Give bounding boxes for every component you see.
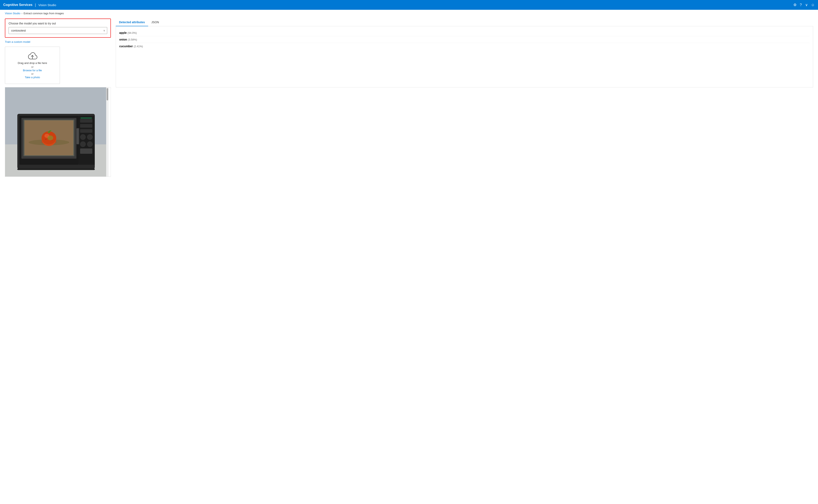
topbar-divider: |	[35, 3, 36, 7]
take-photo-link[interactable]: Take a photo	[25, 76, 40, 79]
main-content: Choose the model you want to try out con…	[0, 17, 818, 182]
tab-detected-attributes[interactable]: Detected attributes	[116, 19, 148, 26]
model-selector-label: Choose the model you want to try out	[9, 22, 107, 25]
attribute-score: (94.0%)	[128, 31, 137, 34]
topbar-right: ⚙ ? ∨ ☺	[793, 3, 815, 7]
right-panel: Detected attributes JSON apple (94.0%) o…	[116, 19, 813, 177]
svg-point-16	[47, 135, 53, 140]
upload-or-2: or	[8, 72, 56, 75]
drag-drop-text: Drag and drop a file here	[8, 61, 56, 65]
svg-rect-25	[80, 141, 86, 147]
attribute-item: onion (3.58%)	[119, 36, 810, 43]
svg-rect-21	[80, 124, 92, 128]
user-icon[interactable]: ☺	[811, 3, 815, 7]
attribute-name: cucumber	[119, 45, 133, 48]
attribute-item: cucumber (2.41%)	[119, 43, 810, 49]
uploaded-image	[5, 87, 109, 177]
svg-rect-28	[80, 117, 92, 119]
dropdown-wrapper: contosotest general custom-model-1 ∨	[9, 27, 107, 34]
model-selector-box: Choose the model you want to try out con…	[5, 19, 111, 38]
upload-box[interactable]: Drag and drop a file here or Browse for …	[5, 47, 60, 84]
app-name: Vision Studio	[38, 3, 56, 7]
svg-rect-30	[77, 128, 79, 144]
svg-rect-20	[80, 119, 92, 123]
svg-rect-19	[78, 116, 95, 165]
svg-rect-24	[87, 134, 93, 140]
attribute-score: (3.58%)	[128, 38, 137, 41]
cloud-upload-icon	[27, 52, 37, 60]
topbar-left: Cognitive Services | Vision Studio	[3, 3, 56, 7]
topbar: Cognitive Services | Vision Studio ⚙ ? ∨…	[0, 0, 818, 10]
svg-rect-32	[106, 87, 109, 177]
breadcrumb: Vision Studio › Extract common tags from…	[0, 10, 818, 17]
model-dropdown[interactable]: contosotest general custom-model-1	[9, 27, 107, 34]
svg-rect-27	[80, 148, 92, 154]
attribute-item: apple (94.0%)	[119, 30, 810, 36]
attribute-name: onion	[119, 38, 127, 41]
svg-rect-26	[87, 141, 93, 147]
train-custom-model-link[interactable]: Train a custom model	[5, 40, 30, 43]
help-icon[interactable]: ?	[800, 3, 802, 7]
settings-icon[interactable]: ⚙	[793, 3, 797, 7]
svg-rect-23	[80, 134, 86, 140]
left-panel: Choose the model you want to try out con…	[5, 19, 111, 177]
attribute-name: apple	[119, 31, 127, 34]
breadcrumb-separator: ›	[22, 12, 22, 15]
tabs-container: Detected attributes JSON	[116, 19, 813, 26]
attributes-panel: apple (94.0%) onion (3.58%) cucumber (2.…	[116, 26, 813, 87]
svg-rect-33	[107, 88, 108, 100]
tab-json[interactable]: JSON	[148, 19, 162, 26]
upload-or-1: or	[8, 65, 56, 68]
svg-rect-31	[17, 168, 95, 170]
breadcrumb-current: Extract common tags from images	[24, 12, 64, 15]
image-area	[5, 87, 111, 177]
brand-name: Cognitive Services	[3, 3, 32, 7]
svg-point-18	[52, 140, 52, 141]
chevron-down-icon[interactable]: ∨	[805, 3, 808, 7]
svg-point-17	[45, 139, 46, 140]
attribute-score: (2.41%)	[134, 45, 143, 48]
browse-file-link[interactable]: Browse for a file	[23, 69, 42, 72]
breadcrumb-home-link[interactable]: Vision Studio	[5, 12, 20, 15]
svg-rect-22	[80, 129, 92, 133]
